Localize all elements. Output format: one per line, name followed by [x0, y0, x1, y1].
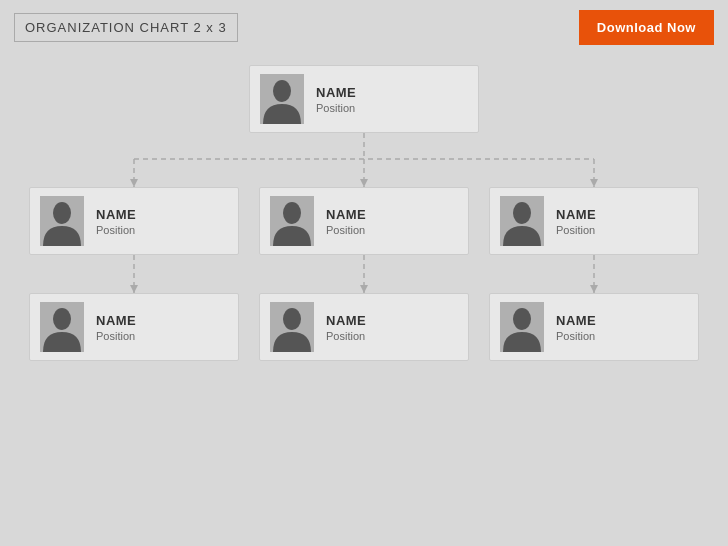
card-row1-1-name: NAME [326, 207, 366, 222]
top-bar: ORGANIZATION CHART 2 x 3 Download Now [0, 0, 728, 55]
svg-marker-6 [130, 179, 138, 187]
avatar-row1-0 [40, 196, 84, 246]
svg-point-19 [283, 308, 301, 330]
svg-point-10 [283, 202, 301, 224]
card-row2-1: NAME Position [259, 293, 469, 361]
card-top-info: NAME Position [316, 85, 356, 114]
card-row2-2-name: NAME [556, 313, 596, 328]
card-row2-2: NAME Position [489, 293, 699, 361]
chart-title: ORGANIZATION CHART 2 x 3 [14, 13, 238, 42]
card-row2-1-position: Position [326, 330, 366, 342]
svg-point-18 [53, 308, 71, 330]
avatar-row1-2 [500, 196, 544, 246]
card-row1-0-name: NAME [96, 207, 136, 222]
connector-top-row1 [24, 133, 704, 187]
card-top: NAME Position [249, 65, 479, 133]
svg-marker-7 [360, 179, 368, 187]
svg-point-0 [273, 80, 291, 102]
card-row2-0: NAME Position [29, 293, 239, 361]
avatar-row2-2 [500, 302, 544, 352]
card-row1-1-position: Position [326, 224, 366, 236]
avatar-top [260, 74, 304, 124]
card-row2-2-position: Position [556, 330, 596, 342]
card-row1-2-info: NAME Position [556, 207, 596, 236]
card-row1-2-position: Position [556, 224, 596, 236]
row1: NAME Position NAME Position [29, 187, 699, 255]
avatar-row2-0 [40, 302, 84, 352]
avatar-row1-1 [270, 196, 314, 246]
card-row2-0-position: Position [96, 330, 136, 342]
svg-marker-8 [590, 179, 598, 187]
connector-row1-row2 [24, 255, 704, 293]
org-chart: NAME Position [0, 55, 728, 361]
card-row2-1-info: NAME Position [326, 313, 366, 342]
card-row1-1-info: NAME Position [326, 207, 366, 236]
row-top: NAME Position [249, 65, 479, 133]
svg-point-20 [513, 308, 531, 330]
download-button[interactable]: Download Now [579, 10, 714, 45]
card-row2-0-info: NAME Position [96, 313, 136, 342]
svg-point-9 [53, 202, 71, 224]
card-row1-0-info: NAME Position [96, 207, 136, 236]
avatar-row2-1 [270, 302, 314, 352]
card-row1-0: NAME Position [29, 187, 239, 255]
card-top-position: Position [316, 102, 356, 114]
card-row2-0-name: NAME [96, 313, 136, 328]
card-row2-1-name: NAME [326, 313, 366, 328]
row2: NAME Position NAME Position [29, 293, 699, 361]
svg-marker-15 [130, 285, 138, 293]
svg-marker-17 [590, 285, 598, 293]
card-row1-2-name: NAME [556, 207, 596, 222]
card-row1-0-position: Position [96, 224, 136, 236]
card-top-name: NAME [316, 85, 356, 100]
card-row1-1: NAME Position [259, 187, 469, 255]
card-row1-2: NAME Position [489, 187, 699, 255]
card-row2-2-info: NAME Position [556, 313, 596, 342]
svg-point-11 [513, 202, 531, 224]
svg-marker-16 [360, 285, 368, 293]
